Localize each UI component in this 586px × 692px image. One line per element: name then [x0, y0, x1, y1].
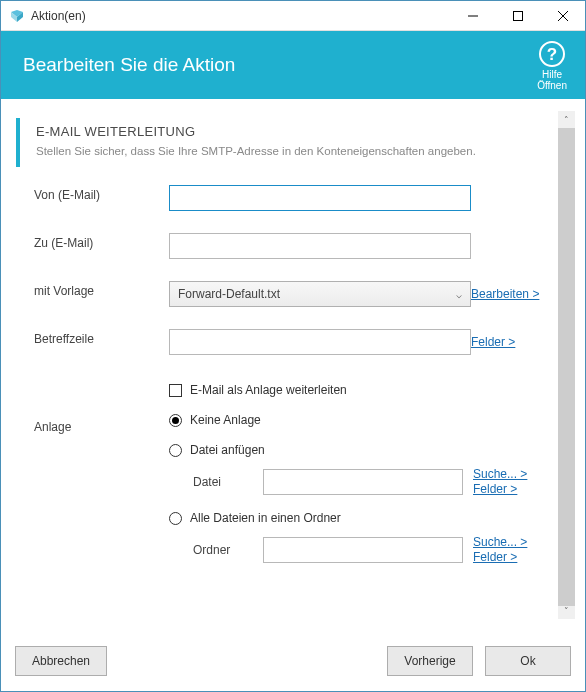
subject-label: Betreffzeile [34, 329, 169, 346]
vertical-scrollbar[interactable]: ˄ ˅ [558, 111, 575, 619]
attach-file-sublabel: Datei [193, 475, 253, 489]
forward-as-attachment-checkbox[interactable] [169, 384, 182, 397]
from-label: Von (E-Mail) [34, 185, 169, 202]
to-label: Zu (E-Mail) [34, 233, 169, 250]
attach-none-radio[interactable] [169, 414, 182, 427]
attach-file-fields-link[interactable]: Felder > [473, 482, 543, 497]
attach-file-input[interactable] [263, 469, 463, 495]
dialog-footer: Abbrechen Vorherige Ok [1, 631, 585, 691]
template-label: mit Vorlage [34, 281, 169, 298]
attach-folder-radio[interactable] [169, 512, 182, 525]
scroll-up-icon[interactable]: ˄ [558, 111, 575, 128]
maximize-button[interactable] [495, 1, 540, 30]
minimize-button[interactable] [450, 1, 495, 30]
from-input[interactable] [169, 185, 471, 211]
section-title: E-MAIL WEITERLEITUNG [36, 124, 543, 139]
template-select[interactable]: Forward-Default.txt ⌵ [169, 281, 471, 307]
svg-rect-1 [513, 11, 522, 20]
attach-folder-fields-link[interactable]: Felder > [473, 550, 543, 565]
forward-as-attachment-label: E-Mail als Anlage weiterleiten [190, 383, 347, 397]
attach-file-radio[interactable] [169, 444, 182, 457]
template-select-value: Forward-Default.txt [178, 287, 280, 301]
svg-text:?: ? [547, 45, 557, 64]
titlebar: Aktion(en) [1, 1, 585, 31]
attach-file-browse-link[interactable]: Suche... > [473, 467, 543, 482]
to-input[interactable] [169, 233, 471, 259]
help-button[interactable]: ? Hilfe Öffnen [537, 40, 567, 91]
dialog-header: Bearbeiten Sie die Aktion ? Hilfe Öffnen [1, 31, 585, 99]
section-description: Stellen Sie sicher, dass Sie Ihre SMTP-A… [36, 145, 543, 157]
window-title: Aktion(en) [31, 9, 450, 23]
help-icon: ? [538, 40, 566, 68]
cancel-button[interactable]: Abbrechen [15, 646, 107, 676]
close-button[interactable] [540, 1, 585, 30]
attach-file-label: Datei anfügen [190, 443, 265, 457]
subject-fields-link[interactable]: Felder > [471, 335, 543, 350]
app-icon [9, 8, 25, 24]
attach-folder-browse-link[interactable]: Suche... > [473, 535, 543, 550]
chevron-down-icon: ⌵ [456, 289, 462, 300]
help-label: Hilfe Öffnen [537, 69, 567, 91]
attach-folder-sublabel: Ordner [193, 543, 253, 557]
previous-button[interactable]: Vorherige [387, 646, 473, 676]
scroll-thumb[interactable] [558, 128, 575, 606]
attachment-label: Anlage [34, 417, 169, 434]
attach-folder-input[interactable] [263, 537, 463, 563]
ok-button[interactable]: Ok [485, 646, 571, 676]
content-area: E-MAIL WEITERLEITUNG Stellen Sie sicher,… [1, 99, 585, 631]
attach-none-label: Keine Anlage [190, 413, 261, 427]
subject-input[interactable] [169, 329, 471, 355]
template-edit-link[interactable]: Bearbeiten > [471, 287, 543, 302]
scroll-down-icon[interactable]: ˅ [558, 602, 575, 619]
section-header: E-MAIL WEITERLEITUNG Stellen Sie sicher,… [16, 118, 543, 167]
attach-folder-label: Alle Dateien in einen Ordner [190, 511, 341, 525]
dialog-title: Bearbeiten Sie die Aktion [23, 54, 537, 76]
scroll-panel: E-MAIL WEITERLEITUNG Stellen Sie sicher,… [15, 111, 558, 619]
